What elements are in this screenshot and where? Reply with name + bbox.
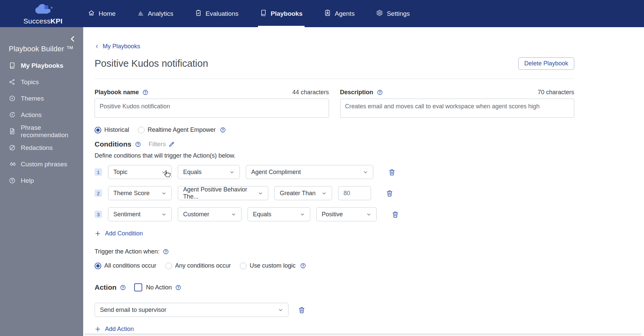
nav-item-home[interactable]: Home <box>86 0 118 27</box>
radio-label: Use custom logic <box>250 262 296 269</box>
action-header: Action No Action <box>95 283 574 291</box>
nav-item-evaluations[interactable]: Evaluations <box>193 0 240 27</box>
sidebar-item-label: Topics <box>21 78 39 86</box>
condition-value-input[interactable] <box>338 186 371 200</box>
sidebar-item-help[interactable]: Help <box>0 172 83 189</box>
actions-icon <box>9 111 16 118</box>
chevron-left-icon <box>95 44 100 49</box>
topnav-items: HomeAnalyticsEvaluationsPlaybooksAgentsS… <box>86 0 412 27</box>
delete-action-button[interactable] <box>298 306 306 314</box>
question-icon[interactable] <box>120 284 126 291</box>
radio-circle <box>165 263 172 269</box>
question-icon[interactable] <box>163 248 169 255</box>
sidebar-item-phrase-recommendation[interactable]: Phrase recommendation <box>0 123 83 139</box>
radio-historical[interactable]: Historical <box>95 126 129 133</box>
playbook-name-field: Playbook name 44 characters Positive Kud… <box>95 89 329 118</box>
question-icon[interactable] <box>135 141 141 148</box>
description-label: Description <box>340 89 373 96</box>
description-char-count: 70 characters <box>538 89 574 96</box>
delete-playbook-button[interactable]: Delete Playbook <box>518 57 574 70</box>
condition-select[interactable]: Equals <box>178 165 240 179</box>
radio-any-conditions-occur[interactable]: Any conditions occur <box>165 262 231 269</box>
condition-select[interactable]: Greater Than <box>274 186 332 200</box>
horizontal-scrollbar[interactable] <box>85 333 641 335</box>
evaluations-icon <box>195 9 202 18</box>
radio-label: All conditions occur <box>104 262 156 269</box>
delete-condition-button[interactable] <box>391 211 399 218</box>
chevron-down-icon <box>366 212 371 217</box>
sidebar-collapse-icon[interactable] <box>69 35 76 43</box>
add-action-label: Add Action <box>105 326 134 333</box>
action-select[interactable]: Send email to supervisor <box>95 303 288 317</box>
condition-row: 3SentimentCustomerEqualsPositive <box>95 207 574 221</box>
name-char-count: 44 characters <box>292 89 329 96</box>
select-value: Sentiment <box>113 211 141 218</box>
chevron-down-icon <box>161 191 166 196</box>
add-action-button[interactable]: Add Action <box>95 326 134 333</box>
question-icon[interactable] <box>142 89 149 96</box>
add-condition-button[interactable]: Add Condition <box>95 230 143 237</box>
chevron-down-icon <box>231 212 236 217</box>
condition-select[interactable]: Theme Score <box>108 186 172 200</box>
delete-condition-button[interactable] <box>386 189 393 197</box>
divider <box>95 78 574 79</box>
radio-realtime-agent-empower[interactable]: Realtime Agent Empower <box>138 126 216 133</box>
nav-item-label: Playbooks <box>271 10 303 17</box>
breadcrumb[interactable]: My Playbooks <box>95 43 140 50</box>
chevron-down-icon <box>322 191 327 196</box>
sidebar: Playbook Builder ™ My PlaybooksTopicsThe… <box>0 27 83 336</box>
condition-select[interactable]: Topic <box>108 165 172 179</box>
chevron-down-icon <box>278 307 283 313</box>
condition-number-badge: 1 <box>95 168 102 176</box>
condition-select[interactable]: Agent Compliment <box>246 165 373 179</box>
nav-item-analytics[interactable]: Analytics <box>135 0 175 27</box>
nav-item-agents[interactable]: Agents <box>322 0 357 27</box>
breadcrumb-label: My Playbooks <box>103 43 140 50</box>
condition-select[interactable]: Equals <box>248 207 310 221</box>
settings-icon <box>376 9 383 18</box>
chevron-down-icon <box>300 212 305 217</box>
condition-select[interactable]: Customer <box>178 207 241 221</box>
edit-filters-pencil-icon[interactable] <box>168 141 175 148</box>
nav-item-label: Evaluations <box>206 10 238 17</box>
playbook-name-input[interactable]: Positive Kudos notification <box>95 99 329 118</box>
sidebar-item-custom-phrases[interactable]: Custom phrases <box>0 156 83 172</box>
form-row: Playbook name 44 characters Positive Kud… <box>95 89 574 118</box>
action-row: Send email to supervisor <box>95 303 574 317</box>
radio-all-conditions-occur[interactable]: All conditions occur <box>95 262 156 269</box>
sidebar-item-actions[interactable]: Actions <box>0 107 83 123</box>
chevron-down-icon <box>229 170 234 175</box>
radio-circle <box>95 263 101 269</box>
nav-item-playbooks[interactable]: Playbooks <box>258 0 305 27</box>
sidebar-item-topics[interactable]: Topics <box>0 74 83 90</box>
sidebar-item-label: My Playbooks <box>21 62 63 69</box>
sidebar-item-label: Custom phrases <box>21 161 67 168</box>
sidebar-item-label: Themes <box>21 95 44 102</box>
playbook-name-label: Playbook name <box>95 89 139 96</box>
question-icon[interactable] <box>220 127 226 133</box>
sidebar-item-redactions[interactable]: Redactions <box>0 139 83 156</box>
sidebar-list: My PlaybooksTopicsThemesActionsPhrase re… <box>0 57 83 189</box>
question-icon[interactable] <box>175 284 181 291</box>
condition-select[interactable]: Sentiment <box>108 207 172 221</box>
trigger-label-row: Trigger the Action when: <box>95 248 574 255</box>
radio-use-custom-logic[interactable]: Use custom logic <box>240 262 296 269</box>
sidebar-item-themes[interactable]: Themes <box>0 90 83 107</box>
sidebar-item-label: Help <box>21 177 34 184</box>
delete-condition-button[interactable] <box>388 168 396 176</box>
quotes-icon <box>9 161 16 168</box>
condition-select[interactable]: Agent Positive Behavior The... <box>178 186 268 200</box>
mode-radio-group: HistoricalRealtime Agent Empower <box>95 126 574 133</box>
question-icon[interactable] <box>377 89 383 96</box>
analytics-icon <box>137 9 144 18</box>
condition-number-badge: 3 <box>95 211 102 218</box>
condition-select[interactable]: Positive <box>316 207 377 221</box>
nav-item-settings[interactable]: Settings <box>374 0 412 27</box>
description-input[interactable]: Creates email and moves call to eval wor… <box>340 99 575 118</box>
no-action-checkbox[interactable] <box>134 283 142 291</box>
successkpi-logo[interactable]: SuccessKPI <box>20 2 66 25</box>
question-icon[interactable] <box>300 263 306 269</box>
description-field: Description 70 characters Creates email … <box>340 89 575 118</box>
select-value: Equals <box>253 211 271 218</box>
sidebar-item-my-playbooks[interactable]: My Playbooks <box>0 57 83 74</box>
